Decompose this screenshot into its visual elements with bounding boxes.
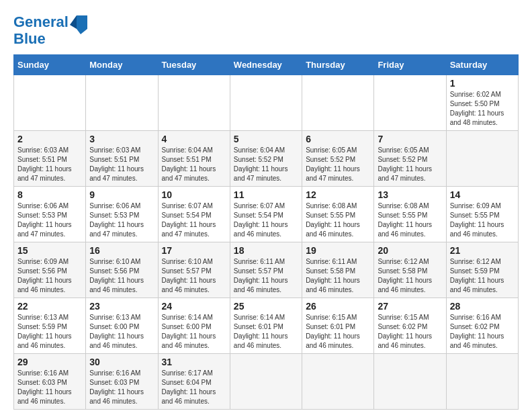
- day-number: 11: [234, 189, 298, 200]
- day-number: 2: [17, 134, 82, 144]
- day-info: Sunrise: 6:08 AMSunset: 5:55 PMDaylight:…: [378, 201, 442, 239]
- calendar-week-3: 8Sunrise: 6:06 AMSunset: 5:53 PMDaylight…: [14, 186, 519, 242]
- day-info: Sunrise: 6:12 AMSunset: 5:58 PMDaylight:…: [378, 257, 442, 295]
- day-number: 17: [162, 245, 226, 256]
- day-number: 19: [306, 245, 370, 256]
- day-number: 10: [162, 189, 226, 200]
- day-number: 30: [89, 357, 154, 367]
- calendar-cell: [302, 75, 374, 130]
- calendar-cell: 7Sunrise: 6:05 AMSunset: 5:52 PMDaylight…: [374, 130, 446, 186]
- day-info: Sunrise: 6:09 AMSunset: 5:55 PMDaylight:…: [450, 201, 515, 239]
- day-info: Sunrise: 6:05 AMSunset: 5:52 PMDaylight:…: [378, 146, 442, 183]
- day-number: 29: [17, 357, 82, 367]
- calendar-week-4: 15Sunrise: 6:09 AMSunset: 5:56 PMDayligh…: [14, 242, 519, 298]
- day-info: Sunrise: 6:11 AMSunset: 5:58 PMDaylight:…: [306, 257, 370, 295]
- day-info: Sunrise: 6:07 AMSunset: 5:54 PMDaylight:…: [234, 201, 298, 239]
- day-info: Sunrise: 6:12 AMSunset: 5:59 PMDaylight:…: [450, 257, 515, 295]
- day-number: 26: [306, 301, 370, 312]
- calendar-cell: [374, 353, 446, 409]
- calendar-cell: 11Sunrise: 6:07 AMSunset: 5:54 PMDayligh…: [230, 186, 302, 242]
- calendar-cell: 29Sunrise: 6:16 AMSunset: 6:03 PMDayligh…: [14, 353, 86, 409]
- calendar-cell: [230, 353, 302, 409]
- calendar-cell: 8Sunrise: 6:06 AMSunset: 5:53 PMDaylight…: [14, 186, 86, 242]
- logo-line1: General: [13, 13, 69, 30]
- day-number: 22: [17, 301, 82, 312]
- calendar-cell: 9Sunrise: 6:06 AMSunset: 5:53 PMDaylight…: [86, 186, 158, 242]
- logo-line2: Blue: [13, 30, 69, 47]
- calendar-cell: 1Sunrise: 6:02 AMSunset: 5:50 PMDaylight…: [446, 75, 518, 130]
- day-number: 24: [162, 301, 226, 312]
- day-number: 21: [450, 245, 515, 256]
- day-header-thursday: Thursday: [302, 54, 374, 75]
- day-number: 6: [306, 134, 370, 144]
- day-info: Sunrise: 6:13 AMSunset: 5:59 PMDaylight:…: [17, 313, 82, 351]
- calendar-cell: [230, 75, 302, 130]
- calendar-cell: 2Sunrise: 6:03 AMSunset: 5:51 PMDaylight…: [14, 130, 86, 186]
- calendar-cell: 27Sunrise: 6:15 AMSunset: 6:02 PMDayligh…: [374, 298, 446, 353]
- day-info: Sunrise: 6:14 AMSunset: 6:00 PMDaylight:…: [162, 313, 226, 351]
- calendar-cell: [446, 130, 518, 186]
- calendar-cell: 22Sunrise: 6:13 AMSunset: 5:59 PMDayligh…: [14, 298, 86, 353]
- calendar-week-6: 29Sunrise: 6:16 AMSunset: 6:03 PMDayligh…: [14, 353, 519, 409]
- day-number: 18: [234, 245, 298, 256]
- day-number: 31: [162, 357, 226, 367]
- day-info: Sunrise: 6:13 AMSunset: 6:00 PMDaylight:…: [89, 313, 154, 351]
- day-info: Sunrise: 6:07 AMSunset: 5:54 PMDaylight:…: [162, 201, 226, 239]
- calendar-cell: 17Sunrise: 6:10 AMSunset: 5:57 PMDayligh…: [158, 242, 230, 298]
- day-header-wednesday: Wednesday: [230, 54, 302, 75]
- calendar-cell: [86, 75, 158, 130]
- day-number: 3: [89, 134, 154, 144]
- calendar-cell: 14Sunrise: 6:09 AMSunset: 5:55 PMDayligh…: [446, 186, 518, 242]
- day-info: Sunrise: 6:15 AMSunset: 6:01 PMDaylight:…: [306, 313, 370, 351]
- calendar-header-row: SundayMondayTuesdayWednesdayThursdayFrid…: [14, 54, 519, 75]
- day-number: 7: [378, 134, 442, 144]
- day-number: 4: [162, 134, 226, 144]
- calendar-week-2: 2Sunrise: 6:03 AMSunset: 5:51 PMDaylight…: [14, 130, 519, 186]
- calendar-cell: 18Sunrise: 6:11 AMSunset: 5:57 PMDayligh…: [230, 242, 302, 298]
- day-info: Sunrise: 6:03 AMSunset: 5:51 PMDaylight:…: [17, 146, 82, 183]
- day-info: Sunrise: 6:11 AMSunset: 5:57 PMDaylight:…: [234, 257, 298, 295]
- calendar-cell: [302, 353, 374, 409]
- day-info: Sunrise: 6:16 AMSunset: 6:03 PMDaylight:…: [89, 369, 154, 406]
- calendar-cell: [446, 353, 518, 409]
- day-header-saturday: Saturday: [446, 54, 518, 75]
- day-info: Sunrise: 6:06 AMSunset: 5:53 PMDaylight:…: [17, 201, 82, 239]
- calendar-cell: 21Sunrise: 6:12 AMSunset: 5:59 PMDayligh…: [446, 242, 518, 298]
- calendar-cell: 4Sunrise: 6:04 AMSunset: 5:51 PMDaylight…: [158, 130, 230, 186]
- calendar-cell: 6Sunrise: 6:05 AMSunset: 5:52 PMDaylight…: [302, 130, 374, 186]
- day-number: 27: [378, 301, 442, 312]
- page-header: General Blue: [13, 13, 519, 48]
- day-info: Sunrise: 6:17 AMSunset: 6:04 PMDaylight:…: [162, 369, 226, 406]
- calendar-cell: 31Sunrise: 6:17 AMSunset: 6:04 PMDayligh…: [158, 353, 230, 409]
- day-number: 28: [450, 301, 515, 312]
- calendar-cell: 12Sunrise: 6:08 AMSunset: 5:55 PMDayligh…: [302, 186, 374, 242]
- day-number: 20: [378, 245, 442, 256]
- day-number: 15: [17, 245, 82, 256]
- day-info: Sunrise: 6:15 AMSunset: 6:02 PMDaylight:…: [378, 313, 442, 351]
- calendar-cell: 15Sunrise: 6:09 AMSunset: 5:56 PMDayligh…: [14, 242, 86, 298]
- day-info: Sunrise: 6:06 AMSunset: 5:53 PMDaylight:…: [89, 201, 154, 239]
- day-info: Sunrise: 6:03 AMSunset: 5:51 PMDaylight:…: [89, 146, 154, 183]
- logo: General Blue: [13, 13, 91, 48]
- calendar-cell: 30Sunrise: 6:16 AMSunset: 6:03 PMDayligh…: [86, 353, 158, 409]
- day-info: Sunrise: 6:02 AMSunset: 5:50 PMDaylight:…: [450, 90, 515, 128]
- day-number: 16: [89, 245, 154, 256]
- calendar-cell: 23Sunrise: 6:13 AMSunset: 6:00 PMDayligh…: [86, 298, 158, 353]
- calendar-cell: 28Sunrise: 6:16 AMSunset: 6:02 PMDayligh…: [446, 298, 518, 353]
- svg-marker-0: [77, 15, 87, 34]
- calendar-cell: 20Sunrise: 6:12 AMSunset: 5:58 PMDayligh…: [374, 242, 446, 298]
- logo-icon: [70, 14, 91, 38]
- day-number: 8: [17, 189, 82, 200]
- day-number: 12: [306, 189, 370, 200]
- calendar-cell: [158, 75, 230, 130]
- calendar-cell: 10Sunrise: 6:07 AMSunset: 5:54 PMDayligh…: [158, 186, 230, 242]
- day-number: 25: [234, 301, 298, 312]
- calendar-cell: [374, 75, 446, 130]
- day-info: Sunrise: 6:04 AMSunset: 5:51 PMDaylight:…: [162, 146, 226, 183]
- day-number: 23: [89, 301, 154, 312]
- day-number: 14: [450, 189, 515, 200]
- day-header-sunday: Sunday: [14, 54, 86, 75]
- day-info: Sunrise: 6:05 AMSunset: 5:52 PMDaylight:…: [306, 146, 370, 183]
- day-number: 13: [378, 189, 442, 200]
- day-header-friday: Friday: [374, 54, 446, 75]
